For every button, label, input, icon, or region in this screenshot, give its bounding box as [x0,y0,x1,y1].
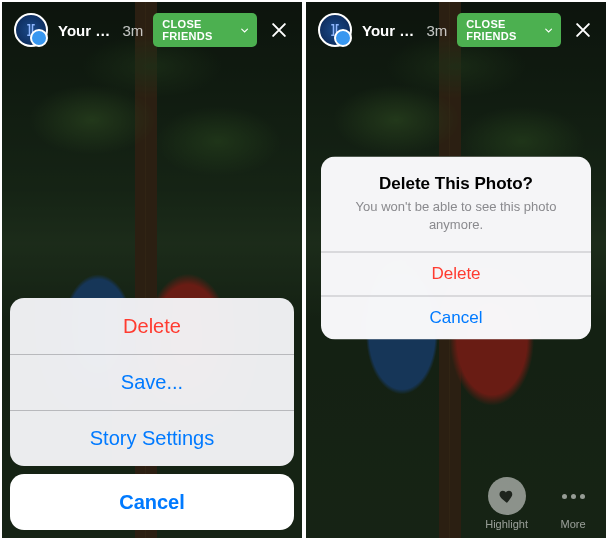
story-timestamp: 3m [122,22,143,39]
action-sheet: Delete Save... Story Settings Cancel [10,298,294,530]
heart-icon [498,487,516,505]
close-friends-pill[interactable]: CLOSE FRIENDS [457,13,561,47]
gemini-icon [22,21,40,39]
phone-left-action-sheet: Your St… 3m CLOSE FRIENDS Delete Save...… [2,2,302,538]
close-icon [573,20,593,40]
more-button[interactable]: More [554,477,592,530]
alert-cancel-button[interactable]: Cancel [321,296,591,340]
profile-avatar[interactable] [318,13,352,47]
delete-button[interactable]: Delete [10,298,294,354]
alert-delete-button[interactable]: Delete [321,252,591,296]
chevron-down-icon [241,26,248,35]
alert-title: Delete This Photo? [337,174,575,194]
story-timestamp: 3m [426,22,447,39]
close-friends-pill[interactable]: CLOSE FRIENDS [153,13,257,47]
close-icon [269,20,289,40]
story-header: Your St… 3m CLOSE FRIENDS [2,2,302,58]
more-icon [562,494,585,499]
delete-confirmation-alert: Delete This Photo? You won't be able to … [321,156,591,339]
action-sheet-options: Delete Save... Story Settings [10,298,294,466]
highlight-button[interactable]: Highlight [485,477,528,530]
close-friends-label: CLOSE FRIENDS [162,18,237,42]
save-button[interactable]: Save... [10,354,294,410]
highlight-label: Highlight [485,518,528,530]
story-title: Your St… [58,22,112,39]
close-button[interactable] [571,16,594,44]
profile-avatar[interactable] [14,13,48,47]
story-settings-button[interactable]: Story Settings [10,410,294,466]
more-label: More [560,518,585,530]
more-circle [554,477,592,515]
close-button[interactable] [267,16,290,44]
story-title: Your St… [362,22,416,39]
alert-body: Delete This Photo? You won't be able to … [321,156,591,251]
story-header: Your St… 3m CLOSE FRIENDS [306,2,606,58]
phone-right-delete-alert: Your St… 3m CLOSE FRIENDS Highlight More… [306,2,606,538]
alert-message: You won't be able to see this photo anym… [337,198,575,233]
story-bottom-actions: Highlight More [485,477,592,530]
cancel-button[interactable]: Cancel [10,474,294,530]
highlight-circle [488,477,526,515]
close-friends-label: CLOSE FRIENDS [466,18,541,42]
chevron-down-icon [545,26,552,35]
gemini-icon [326,21,344,39]
